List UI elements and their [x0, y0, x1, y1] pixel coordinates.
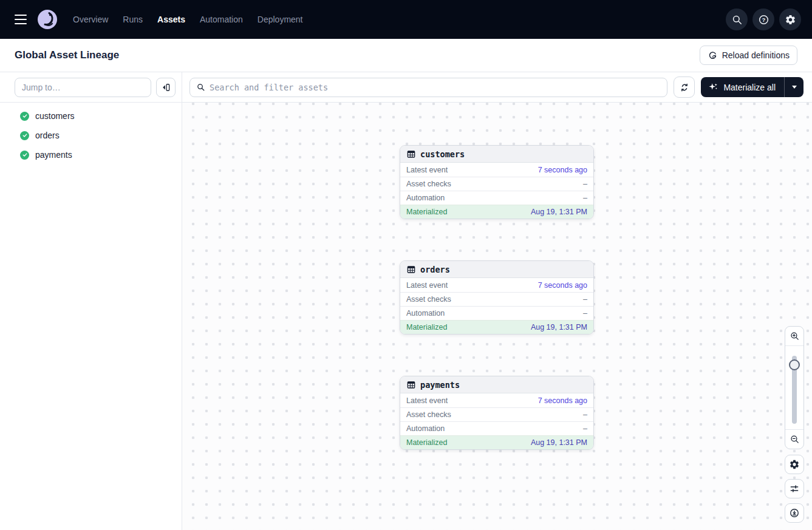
nav-item-automation[interactable]: Automation: [200, 15, 243, 24]
asset-node-customers[interactable]: customers Latest event 7 seconds ago Ass…: [400, 145, 594, 219]
materialize-all-label: Materialize all: [723, 83, 776, 92]
materialize-all-button[interactable]: Materialize all: [701, 77, 784, 97]
sparkle-icon: [708, 82, 718, 92]
primary-nav: Overview Runs Assets Automation Deployme…: [73, 15, 303, 24]
asset-search-box: [189, 78, 667, 97]
gear-icon: [785, 14, 796, 25]
help-icon: [758, 14, 769, 25]
chevron-down-icon: [792, 86, 797, 89]
lineage-canvas[interactable]: customers Latest event 7 seconds ago Ass…: [182, 103, 812, 530]
graph-settings-button[interactable]: [785, 455, 804, 474]
node-row-latest-event: Latest event 7 seconds ago: [400, 278, 593, 292]
asset-node-title: customers: [420, 149, 465, 159]
jump-to-input[interactable]: [15, 78, 151, 97]
asset-node-header[interactable]: customers: [400, 146, 593, 163]
refresh-icon: [679, 82, 690, 93]
node-row-materialized: Materialized Aug 19, 1:31 PM: [400, 205, 593, 219]
search-icon: [731, 14, 743, 25]
node-row-latest-event: Latest event 7 seconds ago: [400, 393, 593, 407]
latest-event-link[interactable]: 7 seconds ago: [538, 166, 587, 174]
latest-event-link[interactable]: 7 seconds ago: [538, 396, 587, 405]
latest-event-link[interactable]: 7 seconds ago: [538, 281, 587, 290]
zoom-slider[interactable]: [785, 346, 803, 429]
status-badge: Materialized: [406, 323, 447, 331]
zoom-out-button[interactable]: [785, 429, 803, 449]
download-graph-button[interactable]: [785, 503, 804, 523]
materialize-options-button[interactable]: [784, 77, 803, 97]
nav-item-deployment[interactable]: Deployment: [258, 15, 303, 24]
asset-node-payments[interactable]: payments Latest event 7 seconds ago Asse…: [400, 376, 594, 450]
sidebar-item-customers[interactable]: customers: [0, 106, 182, 126]
reload-definitions-label: Reload definitions: [722, 50, 790, 60]
materialize-split-button: Materialize all: [701, 77, 803, 97]
table-icon: [406, 149, 416, 159]
zoom-in-button[interactable]: [785, 327, 803, 346]
zoom-slider-thumb[interactable]: [789, 359, 800, 370]
gear-icon: [789, 459, 800, 470]
refresh-button[interactable]: [674, 76, 695, 98]
dagster-logo[interactable]: [38, 10, 57, 29]
materialized-timestamp-link[interactable]: Aug 19, 1:31 PM: [531, 438, 587, 447]
zoom-panel: [785, 326, 804, 449]
dagster-app: Overview Runs Assets Automation Deployme…: [0, 0, 812, 530]
asset-node-title: payments: [420, 380, 460, 390]
table-icon: [406, 380, 416, 390]
node-row-asset-checks: Asset checks –: [400, 292, 593, 306]
node-row-automation: Automation –: [400, 306, 593, 320]
asset-list: customers orders payments: [0, 103, 182, 165]
page-header: Global Asset Lineage Reload definitions: [0, 39, 812, 72]
materialized-check-icon: [20, 151, 29, 160]
node-row-latest-event: Latest event 7 seconds ago: [400, 163, 593, 177]
sidebar-toolbar: [0, 72, 182, 103]
node-row-materialized: Materialized Aug 19, 1:31 PM: [400, 435, 593, 449]
materialized-timestamp-link[interactable]: Aug 19, 1:31 PM: [531, 323, 587, 331]
collapse-panel-button[interactable]: [156, 78, 176, 97]
top-navbar: Overview Runs Assets Automation Deployme…: [0, 0, 812, 39]
node-row-asset-checks: Asset checks –: [400, 177, 593, 191]
node-row-materialized: Materialized Aug 19, 1:31 PM: [400, 320, 593, 334]
tune-icon: [789, 483, 800, 494]
asset-node-header[interactable]: orders: [400, 261, 593, 278]
asset-sidebar: customers orders payments: [0, 72, 182, 530]
download-icon: [789, 508, 800, 518]
nav-item-overview[interactable]: Overview: [73, 15, 108, 24]
sidebar-item-orders[interactable]: orders: [0, 126, 182, 145]
materialized-check-icon: [20, 112, 29, 121]
table-icon: [406, 265, 416, 274]
settings-button[interactable]: [779, 8, 801, 30]
asset-node-title: orders: [420, 265, 450, 274]
node-row-automation: Automation –: [400, 191, 593, 205]
page-title: Global Asset Lineage: [15, 49, 119, 61]
reload-definitions-button[interactable]: Reload definitions: [700, 46, 797, 65]
search-button[interactable]: [726, 8, 748, 30]
asset-search-input[interactable]: [210, 83, 661, 92]
nav-item-runs[interactable]: Runs: [123, 15, 143, 24]
asset-node-header[interactable]: payments: [400, 376, 593, 393]
asset-name: orders: [35, 131, 60, 140]
zoom-out-icon: [790, 434, 800, 444]
materialized-check-icon: [20, 131, 29, 140]
lineage-toolbar: Materialize all: [182, 72, 812, 103]
help-button[interactable]: [752, 8, 774, 30]
search-icon: [196, 83, 205, 92]
zoom-in-icon: [790, 331, 800, 341]
asset-name: customers: [35, 111, 75, 121]
sidebar-item-payments[interactable]: payments: [0, 145, 182, 165]
status-badge: Materialized: [406, 208, 447, 216]
status-badge: Materialized: [406, 438, 447, 447]
graph-filters-button[interactable]: [785, 479, 804, 498]
materialized-timestamp-link[interactable]: Aug 19, 1:31 PM: [531, 208, 587, 216]
asset-name: payments: [35, 150, 72, 160]
node-row-automation: Automation –: [400, 421, 593, 435]
asset-node-orders[interactable]: orders Latest event 7 seconds ago Asset …: [400, 260, 594, 335]
collapse-panel-icon: [160, 82, 171, 93]
reload-definitions-icon: [708, 50, 718, 61]
node-row-asset-checks: Asset checks –: [400, 407, 593, 421]
menu-icon[interactable]: [15, 15, 27, 24]
nav-item-assets[interactable]: Assets: [157, 15, 185, 24]
